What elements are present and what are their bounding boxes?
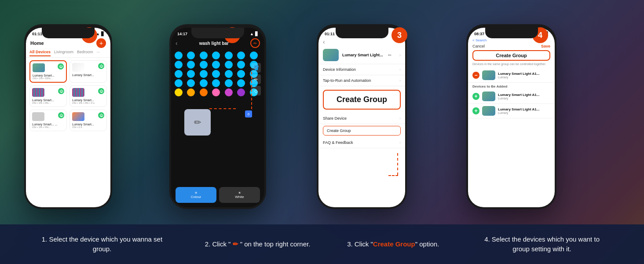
color-dot[interactable]	[237, 51, 245, 59]
color-dot[interactable]	[212, 61, 220, 69]
color-dot[interactable]	[175, 61, 183, 69]
phone-1: 01:11 ▲ ▊ Home + All Devices Livingroom …	[24, 24, 112, 209]
color-dot[interactable]	[212, 79, 220, 87]
color-dot[interactable]	[175, 70, 183, 78]
color-dot[interactable]	[225, 70, 233, 78]
device-card-1[interactable]: ⏻ Lumary Smart... ON • 1% • 55%...	[29, 60, 67, 83]
device-card-5[interactable]: ⏻ Lumary Smart... ... ON • 1% • 0%...	[29, 110, 67, 131]
colour-button[interactable]: ☀ Colour	[176, 187, 216, 203]
color-dot-violet[interactable]	[237, 88, 245, 96]
eraser-tool[interactable]: ◇	[251, 86, 261, 95]
color-dot[interactable]	[200, 79, 208, 87]
power-icon-4[interactable]: ⏻	[98, 88, 104, 94]
color-dot[interactable]	[225, 79, 233, 87]
dashed-line-2	[209, 108, 236, 109]
color-dot[interactable]	[200, 51, 208, 59]
device-thumb-1	[33, 63, 45, 72]
color-dot[interactable]	[187, 79, 195, 87]
color-dot-orange[interactable]	[187, 88, 195, 96]
chevron-right-1: ›	[399, 67, 401, 72]
phone-2-notch	[191, 28, 244, 38]
tab-all-devices[interactable]: All Devices	[29, 50, 51, 56]
device-tabs: All Devices Livingroom Bedroom ···	[26, 49, 110, 58]
create-group-small-button[interactable]: Create Group	[323, 126, 401, 136]
menu-faq[interactable]: FAQ & Feedback ›	[318, 137, 405, 148]
color-dot[interactable]	[200, 61, 208, 69]
dashed-line-4	[388, 175, 398, 176]
white-button[interactable]: ☀ White	[219, 187, 260, 203]
color-dot[interactable]	[187, 70, 195, 78]
device-name-6: Lumary Smart...	[72, 123, 104, 126]
edit-button-2[interactable]: ✏	[250, 38, 260, 48]
color-dot[interactable]	[237, 61, 245, 69]
power-icon-3[interactable]: ⏻	[58, 88, 64, 94]
menu-tap-to-run[interactable]: Tap-to-Run and Automation ›	[318, 75, 405, 86]
color-dot[interactable]	[237, 79, 245, 87]
add-device-button-1[interactable]: +	[472, 93, 479, 100]
color-dot-pink[interactable]	[212, 88, 220, 96]
tab-livingroom[interactable]: Livingroom	[54, 50, 73, 56]
color-dot-yellow[interactable]	[175, 88, 183, 96]
device-brand-p4-1: Lumary	[498, 76, 550, 79]
phone-1-notch	[42, 28, 95, 38]
power-icon-1[interactable]: ⏻	[58, 63, 64, 70]
back-button-3[interactable]: ‹	[323, 38, 325, 45]
to-add-device-2: + Lumary Smart Light A1... Lumary	[468, 104, 555, 118]
tab-more[interactable]: ···	[97, 50, 100, 56]
device-edit-icon[interactable]: ✏	[388, 53, 392, 58]
paint-tool[interactable]: 🪣	[251, 63, 261, 73]
color-dot[interactable]	[187, 61, 195, 69]
device-name-p4-1: Lumary Smart Light A1...	[498, 72, 550, 76]
create-group-title: Create Group	[472, 50, 550, 61]
device-status-6: ON • 0 s	[72, 126, 104, 128]
device-name-p4-2: Lumary Smart Light A1...	[498, 93, 550, 97]
device-brand-p4-3: Lumary	[498, 111, 550, 114]
color-dot[interactable]	[212, 51, 220, 59]
white-sun-icon: ☀	[238, 191, 241, 195]
chevron-right-2: ›	[399, 78, 401, 83]
color-dot[interactable]	[250, 51, 258, 59]
device-card-4[interactable]: ⏻ Lumary Smart... ON • 1% • 0% • 0 s	[70, 85, 107, 107]
step-4-text: 4. Select the devices which you want to …	[476, 235, 608, 254]
menu-share-device[interactable]: Share Device ›	[318, 113, 405, 124]
added-device-1: − Lumary Smart Light A1... Lumary	[468, 68, 555, 83]
battery-2-icon: ▊	[255, 32, 258, 36]
add-button[interactable]: +	[96, 38, 106, 48]
create-group-button[interactable]: Create Group	[323, 90, 401, 110]
tab-bedroom[interactable]: Bedroom	[77, 50, 93, 56]
color-dot[interactable]	[225, 61, 233, 69]
device-grid: ⏻ Lumary Smart... ON • 1% • 55%... ⏻ Lum…	[26, 58, 110, 134]
power-icon-5[interactable]: ⏻	[58, 112, 64, 118]
back-button-2[interactable]: ‹	[176, 40, 178, 47]
remove-device-button[interactable]: −	[472, 72, 479, 79]
step-3-badge: 3	[392, 27, 407, 43]
add-device-button-2[interactable]: +	[472, 107, 479, 114]
power-icon-2[interactable]: ⏻	[98, 63, 104, 69]
color-dot[interactable]	[200, 70, 208, 78]
phone-2-title: wash light bar	[199, 41, 229, 46]
phone-4-screen: 08:37 ▲ ▊ < Search Cancel Save Create Gr…	[468, 28, 555, 207]
save-button[interactable]: Save	[541, 44, 550, 48]
sun-icon: ☀	[194, 191, 198, 195]
color-dot[interactable]	[175, 51, 183, 59]
step-3-text: 3. Click "Create Group" option.	[347, 239, 439, 249]
device-card-2[interactable]: ⏻ Lumary Smart...	[70, 60, 107, 83]
power-icon-6[interactable]: ⏻	[98, 112, 104, 118]
phone-3-screen: 01:11 ▲ ▊ ‹ Lumary Smart Light... ✏ › De…	[318, 28, 405, 207]
device-card-6[interactable]: ⏻ Lumary Smart... ON • 0 s	[70, 110, 107, 131]
device-info-p4-1: Lumary Smart Light A1... Lumary	[498, 72, 550, 79]
color-dot[interactable]	[187, 51, 195, 59]
menu-device-info[interactable]: Device Information ›	[318, 64, 405, 75]
color-dot[interactable]	[237, 70, 245, 78]
color-dot[interactable]	[212, 70, 220, 78]
step-1-text: 1. Select the device which you wanna set…	[36, 235, 168, 254]
device-info-label: Device Information	[323, 67, 356, 72]
device-brand-p4-2: Lumary	[498, 97, 550, 100]
color-dot[interactable]	[225, 51, 233, 59]
color-dot-darkorange[interactable]	[200, 88, 208, 96]
device-card-3[interactable]: ⏻ Lumary Smart... ON • 1% • 0%...	[29, 85, 67, 107]
cancel-button[interactable]: Cancel	[472, 44, 485, 48]
color-dot[interactable]	[175, 79, 183, 87]
brush-tool[interactable]: ✏	[251, 74, 261, 84]
color-dot-purple[interactable]	[225, 88, 233, 96]
